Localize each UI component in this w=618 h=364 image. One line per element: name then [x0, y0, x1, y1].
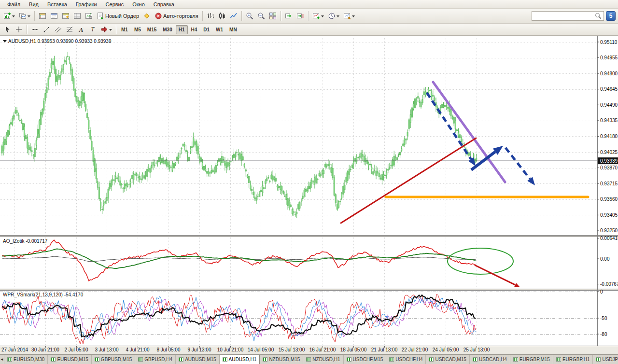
timeframe-button-m1[interactable]: M1: [118, 25, 131, 34]
auto-scroll-toggle[interactable]: [283, 10, 295, 22]
chart-tab-eurgbp-m15[interactable]: EURGBP,M15: [510, 355, 553, 364]
svg-text:A: A: [79, 26, 84, 33]
text-tool-button[interactable]: A: [75, 24, 87, 35]
metaeditor-button[interactable]: [141, 10, 153, 22]
indicators-button[interactable]: [310, 10, 326, 22]
toolbar-separator: [202, 11, 203, 21]
timeframe-button-d1[interactable]: D1: [200, 25, 212, 34]
chart-thumbnail-icon: [95, 357, 99, 362]
crosshair-icon: [15, 26, 23, 33]
menu-item-4[interactable]: Графики: [71, 1, 101, 8]
menu-item-3[interactable]: Вставка: [43, 1, 71, 8]
price-axis-label: 0.93405: [600, 212, 618, 218]
channel-tool-button[interactable]: [52, 24, 64, 35]
chart-canvas[interactable]: 0.951100.949550.948000.946450.944900.943…: [0, 36, 618, 354]
data-window-toggle[interactable]: [48, 10, 60, 22]
timeframe-button-mn[interactable]: MN: [226, 25, 240, 34]
hline-tool-button[interactable]: [29, 24, 41, 35]
chart-tab-label: EURUSD,M15: [57, 357, 88, 362]
price-axis-label: 0.93715: [600, 181, 618, 186]
templates-button[interactable]: [341, 10, 357, 22]
new-order-icon: [97, 12, 104, 20]
trendline-tool-button[interactable]: [41, 24, 52, 35]
chart-tab-gbpusd-m15[interactable]: GBPUSD,M15: [92, 355, 135, 364]
time-axis-label: 22 Jul 21:00: [402, 347, 428, 352]
mql5-community-button[interactable]: 5: [606, 11, 616, 21]
cursor-tool-button[interactable]: [1, 24, 13, 35]
menu-item-5[interactable]: Сервис: [101, 1, 128, 8]
chart-thumbnail-icon: [263, 357, 267, 362]
chart-tab-usdcad-h4[interactable]: USDCAD,H4: [470, 355, 510, 364]
profiles-button[interactable]: [17, 10, 32, 22]
zoom-in-button[interactable]: [244, 10, 255, 22]
chart-tab-label: GBPUSD,H4: [144, 357, 172, 362]
new-chart-button[interactable]: [1, 10, 17, 22]
label-tool-button[interactable]: T: [87, 24, 98, 35]
chart-shift-toggle[interactable]: [295, 10, 306, 22]
tab-scroll-button[interactable]: ◄: [0, 355, 4, 364]
strategy-tester-toggle[interactable]: [83, 10, 95, 22]
price-axis-label: 0.93870: [600, 165, 618, 170]
profiles-icon: [19, 12, 27, 20]
indicator1-axis-label: 0.006410: [600, 236, 618, 241]
chart-tab-eurusd-m15[interactable]: EURUSD,M15: [48, 355, 91, 364]
chart-tab-gbpusd-h4[interactable]: GBPUSD,H4: [135, 355, 176, 364]
chart-tab-usdchf-m15[interactable]: USDCHF,M15: [344, 355, 387, 364]
toolbar-separator: [281, 11, 281, 21]
periods-button[interactable]: [326, 10, 341, 22]
chart-tab-usdchf-h4[interactable]: USDCHF,H4: [386, 355, 426, 364]
toolbar-separator: [116, 25, 116, 34]
autotrading-button[interactable]: Авто-торговля: [153, 10, 200, 22]
price-axis-label: 0.94490: [600, 102, 618, 108]
chart-tab-usdjpy-m1[interactable]: USDJPY,M1: [593, 355, 618, 364]
chart-window[interactable]: 0.951100.949550.948000.946450.944900.943…: [0, 36, 618, 354]
menu-item-6[interactable]: Окно: [128, 1, 149, 8]
zoom-out-button[interactable]: [255, 10, 267, 22]
strategy-tester-icon: [85, 12, 93, 20]
search-input[interactable]: [534, 13, 594, 19]
candlestick-chart-icon: [218, 12, 226, 20]
timeframe-button-m30[interactable]: M30: [160, 25, 175, 34]
chart-thumbnail-icon: [179, 357, 183, 362]
terminal-toggle[interactable]: [71, 10, 83, 22]
time-axis-label: 25 Jul 13:00: [464, 347, 490, 352]
chart-tab-label: NZDUSD,M15: [269, 357, 300, 362]
chart-thumbnail-icon: [306, 357, 311, 362]
chart-tab-usdcad-m15[interactable]: USDCAD,M15: [426, 355, 469, 364]
time-axis-label: 4 Jul 21:00: [126, 347, 150, 352]
chart-thumbnail-icon: [7, 357, 12, 362]
navigator-toggle[interactable]: [60, 10, 71, 22]
timeframe-button-h1[interactable]: H1: [176, 25, 188, 34]
chart-tab-audusd-h1[interactable]: AUDUSD,H1: [220, 355, 260, 364]
new-order-button[interactable]: Новый Ордер: [95, 10, 141, 22]
chart-tab-eurgbp-h1[interactable]: EURGBP,H1: [553, 355, 593, 364]
chart-tab-label: USDCHF,H4: [395, 357, 422, 362]
chart-bars-button[interactable]: [205, 10, 216, 22]
timeframe-button-w1[interactable]: W1: [213, 25, 226, 34]
menu-item-7[interactable]: Справка: [149, 1, 179, 8]
chart-thumbnail-icon: [51, 357, 56, 362]
search-icon[interactable]: [594, 12, 602, 20]
chart-tab-eurusd-m30[interactable]: EURUSD,M30: [4, 355, 48, 364]
timeframe-button-h4[interactable]: H4: [188, 25, 200, 34]
tile-windows-button[interactable]: [267, 10, 279, 22]
toolbar-separator: [27, 25, 27, 34]
caret-down-icon: [28, 15, 30, 19]
timeframe-button-m15[interactable]: M15: [144, 25, 159, 34]
data-window-icon: [50, 12, 58, 20]
market-watch-toggle[interactable]: [37, 10, 48, 22]
time-axis-label: 14 Jul 05:00: [248, 347, 274, 352]
chart-tab-nzdusd-h1[interactable]: NZDUSD,H1: [303, 355, 343, 364]
chart-tab-nzdusd-m15[interactable]: NZDUSD,M15: [260, 355, 303, 364]
shapes-tool-button[interactable]: [98, 24, 114, 35]
menu-item-2[interactable]: Вид: [25, 1, 43, 8]
chart-line-button[interactable]: [228, 10, 239, 22]
chart-tab-audusd-m15[interactable]: AUDUSD,M15: [176, 355, 219, 364]
chart-tab-label: AUDUSD,M15: [185, 357, 216, 362]
crosshair-tool-button[interactable]: [13, 24, 25, 35]
menu-item-1[interactable]: Файл: [3, 1, 25, 8]
fibonacci-tool-button[interactable]: [64, 24, 75, 35]
chart-candles-button[interactable]: [216, 10, 228, 22]
chart-tab-label: USDCAD,H4: [479, 357, 507, 362]
timeframe-button-m5[interactable]: M5: [131, 25, 144, 34]
